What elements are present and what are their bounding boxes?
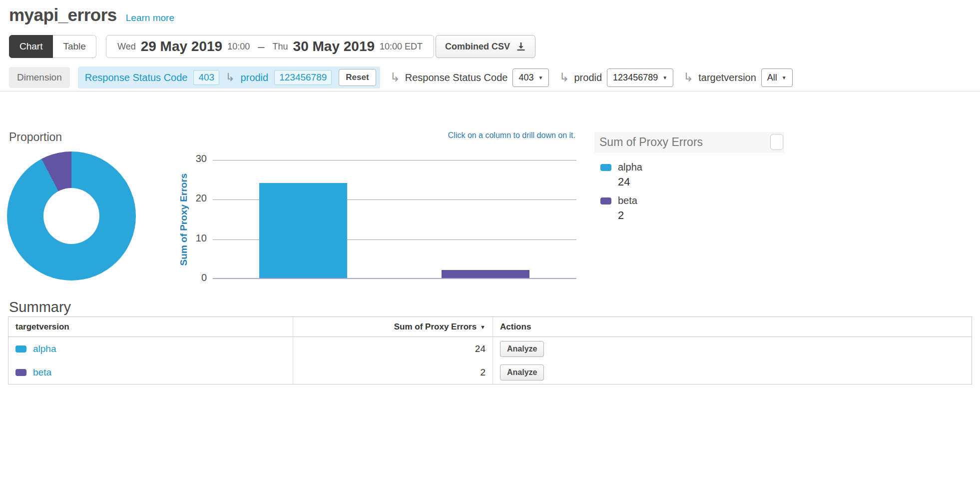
legend-item: beta — [594, 192, 784, 208]
dimension-link-beta[interactable]: beta — [33, 367, 51, 378]
drilldown-group-prodid: ↳ prodid 123456789 ▼ — [559, 68, 673, 87]
column-header-targetversion: targetversion — [8, 317, 293, 337]
caret-down-icon: ▼ — [662, 75, 667, 80]
learn-more-link[interactable]: Learn more — [126, 12, 174, 24]
table-cell-dimension: alpha — [8, 337, 293, 360]
page-header: myapi_errors Learn more — [9, 5, 174, 25]
drilldown-name: targetversion — [698, 72, 756, 84]
beta-swatch — [600, 198, 611, 204]
column-header-metric[interactable]: Sum of Proxy Errors ▼ — [293, 317, 493, 337]
table-cell-value: 2 — [293, 360, 493, 384]
combined-csv-label: Combined CSV — [445, 42, 510, 52]
proportion-label: Proportion — [9, 130, 62, 144]
table-cell-actions: Analyze — [493, 337, 972, 360]
gridline — [213, 160, 576, 160]
drilldown-select-targetversion[interactable]: All ▼ — [761, 68, 793, 87]
legend-panel: Sum of Proxy Errors alpha 24 beta 2 — [594, 132, 784, 226]
drilldown-selected-value: All — [767, 72, 777, 83]
table-cell-actions: Analyze — [493, 360, 972, 384]
download-icon — [516, 42, 526, 52]
alpha-swatch — [600, 164, 611, 171]
drilldown-arrow-icon: ↳ — [683, 72, 693, 84]
drilldown-hint: Click on a column to drill down on it. — [448, 131, 575, 140]
date-start-time: 10:00 — [227, 42, 250, 52]
metric-header-label: Sum of Proxy Errors — [394, 322, 477, 332]
x-axis-line — [213, 278, 576, 279]
y-tick-label: 30 — [185, 153, 207, 164]
drilldown-arrow-icon: ↳ — [225, 72, 234, 83]
date-range-picker[interactable]: Wed 29 May 2019 10:00 – Thu 30 May 2019 … — [106, 35, 434, 58]
tab-chart[interactable]: Chart — [9, 35, 53, 58]
column-header-actions: Actions — [493, 317, 972, 337]
date-start-date: 29 May 2019 — [141, 38, 222, 54]
date-range-separator: – — [255, 40, 267, 54]
drilldown-group-response-status-code: ↳ Response Status Code 403 ▼ — [390, 68, 549, 87]
date-start-day: Wed — [117, 42, 136, 52]
donut-hole — [43, 188, 99, 244]
drilldown-select-prodid[interactable]: 123456789 ▼ — [607, 68, 673, 87]
caret-down-icon: ▼ — [538, 75, 543, 80]
alpha-swatch — [15, 346, 26, 352]
filter-name: prodid — [241, 72, 269, 84]
drilldown-arrow-icon: ↳ — [390, 72, 400, 84]
legend-value: 2 — [594, 208, 784, 226]
drilldown-selected-value: 123456789 — [613, 72, 658, 83]
drilldown-arrow-icon: ↳ — [559, 72, 569, 84]
y-tick-label: 10 — [185, 232, 207, 244]
table-cell-value: 24 — [293, 337, 493, 360]
filter-breadcrumb: Response Status Code 403 ↳ prodid 123456… — [78, 66, 380, 88]
filter-name: Response Status Code — [85, 72, 188, 84]
beta-swatch — [15, 369, 26, 376]
date-end-day: Thu — [273, 42, 288, 52]
drilldown-name: Response Status Code — [405, 72, 508, 84]
combined-csv-button[interactable]: Combined CSV — [436, 35, 535, 58]
tab-table[interactable]: Table — [53, 35, 96, 58]
date-end-time: 10:00 EDT — [380, 42, 423, 52]
panel-handle[interactable] — [770, 134, 783, 150]
summary-title: Summary — [9, 299, 71, 316]
legend-label: alpha — [618, 162, 642, 173]
bar-alpha[interactable] — [259, 183, 347, 278]
legend-value: 24 — [594, 174, 784, 192]
dimension-bar: Dimension Response Status Code 403 ↳ pro… — [9, 66, 793, 89]
view-toggle: Chart Table — [9, 35, 96, 58]
filter-value-badge: 403 — [193, 70, 219, 85]
drilldown-group-targetversion: ↳ targetversion All ▼ — [683, 68, 793, 87]
drilldown-name: prodid — [574, 72, 602, 84]
caret-down-icon: ▼ — [782, 75, 787, 80]
summary-table: targetversion Sum of Proxy Errors ▼ Acti… — [8, 316, 972, 384]
legend-label: beta — [618, 195, 637, 206]
filter-value-badge: 123456789 — [274, 70, 332, 85]
legend-items: alpha 24 beta 2 — [594, 159, 784, 226]
y-tick-label: 20 — [185, 192, 207, 204]
date-end-date: 30 May 2019 — [293, 38, 375, 54]
dimension-link-alpha[interactable]: alpha — [33, 344, 56, 354]
proportion-donut-chart — [7, 152, 136, 280]
legend-title: Sum of Proxy Errors — [599, 136, 703, 149]
bar-chart — [213, 160, 576, 279]
legend-header: Sum of Proxy Errors — [594, 132, 784, 153]
drilldown-selected-value: 403 — [518, 72, 533, 83]
dimension-label: Dimension — [9, 67, 70, 88]
y-axis-label: Sum of Proxy Errors — [178, 174, 189, 266]
sort-desc-icon: ▼ — [480, 324, 486, 330]
table-cell-dimension: beta — [8, 360, 293, 384]
toolbar: Chart Table Wed 29 May 2019 10:00 – Thu … — [0, 35, 980, 58]
analyze-button-beta[interactable]: Analyze — [500, 364, 544, 380]
page-title: myapi_errors — [9, 5, 117, 25]
drilldown-select-response-status-code[interactable]: 403 ▼ — [512, 68, 549, 87]
analyze-button-alpha[interactable]: Analyze — [500, 341, 544, 357]
bar-beta[interactable] — [442, 270, 529, 278]
reset-button[interactable]: Reset — [339, 69, 376, 86]
y-tick-label: 0 — [185, 272, 207, 284]
legend-item: alpha — [594, 159, 784, 174]
section-divider — [0, 91, 980, 92]
analytics-dashboard: myapi_errors Learn more Chart Table Wed … — [0, 0, 980, 488]
